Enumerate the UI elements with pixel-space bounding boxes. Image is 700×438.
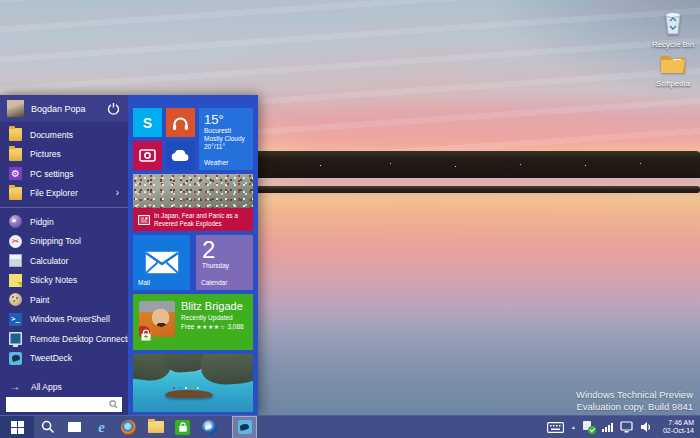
store-app-rating: Free ★★★★☆ 3,088 [181,322,244,332]
store-app-price: Free [181,323,194,330]
taskbar-store[interactable] [169,416,196,438]
tile-music[interactable] [166,108,195,137]
tile-photos[interactable] [133,354,253,412]
windows-logo-icon [11,421,24,434]
taskbar-thunderbird[interactable] [196,416,223,438]
action-center-icon[interactable] [583,421,595,433]
internet-explorer-icon: e [98,420,105,435]
store-bag-icon [140,328,152,346]
start-item-file-explorer[interactable]: File Explorer › [0,184,128,204]
start-item-pictures[interactable]: Pictures [0,145,128,165]
taskbar-internet-explorer[interactable]: e [88,416,115,438]
weather-high-low: 20°/11° [204,143,248,151]
tile-skype[interactable]: S [133,108,162,137]
start-item-pidgin[interactable]: Pidgin [0,212,128,232]
start-item-sticky-notes[interactable]: Sticky Notes [0,271,128,291]
start-search-box [6,397,122,412]
start-item-label: File Explorer [30,188,78,198]
search-input[interactable] [10,400,109,409]
thunderbird-icon [202,420,217,435]
store-bag-icon [175,420,190,435]
tile-label: Calendar [201,279,227,286]
monitor-tray-icon[interactable] [620,421,633,433]
taskbar-file-explorer[interactable] [142,416,169,438]
photo-boat [165,390,213,398]
start-item-powershell[interactable]: >_ Windows PowerShell [0,310,128,330]
gear-icon: ⚙ [9,167,22,180]
news-photo [133,174,253,208]
store-app-status: Recently Updated [181,313,244,322]
weather-city: Bucuresti [204,127,248,135]
tile-mail[interactable]: Mail [133,235,190,290]
start-item-pc-settings[interactable]: ⚙ PC settings [0,164,128,184]
desktop-screen: Recycle Bin Softpedia Windows Technical … [0,0,700,438]
evaluation-watermark: Windows Technical Preview Evaluation cop… [576,389,693,412]
show-hidden-icons-button[interactable]: ▲ [571,424,576,430]
recycle-bin-icon [661,9,685,39]
start-item-label: Paint [30,295,49,305]
tile-store-blitz-brigade[interactable]: Blitz Brigade Recently Updated Free ★★★★… [133,294,253,350]
start-item-remote-desktop[interactable]: Remote Desktop Connection [0,329,128,349]
tile-calendar[interactable]: 2 Thursday Calendar [196,235,253,290]
start-item-label: Sticky Notes [30,275,77,285]
calendar-day: 2 [202,238,247,262]
desktop-icon-softpedia-folder[interactable]: Softpedia [645,52,700,88]
chevron-right-icon: › [116,188,119,198]
store-app-rating-count: 3,088 [227,323,243,330]
user-name[interactable]: Bogdan Popa [31,104,106,114]
start-item-label: Remote Desktop Connection [30,334,139,344]
power-icon [107,102,120,115]
tweetdeck-bird-icon [238,420,252,434]
store-app-info: Blitz Brigade Recently Updated Free ★★★★… [181,300,244,332]
start-button[interactable] [0,416,34,438]
start-item-label: TweetDeck [30,353,72,363]
weather-temperature: 15° [204,112,248,127]
taskbar-tweetdeck-active[interactable] [232,416,257,438]
arrow-right-icon: → [10,381,23,392]
volume-icon[interactable] [640,421,653,433]
watermark-line2: Evaluation copy. Build 9841 [576,401,693,413]
start-item-label: Documents [30,130,73,140]
tweetdeck-bird-icon [9,352,22,365]
taskbar-clock[interactable]: 7:46 AM 02-Oct-14 [663,419,694,436]
taskbar-search-button[interactable] [34,416,61,438]
tile-onedrive[interactable] [166,141,195,170]
user-avatar[interactable] [7,100,24,117]
paint-palette-icon [9,293,22,306]
taskbar-firefox[interactable] [115,416,142,438]
news-headline: In Japan, Fear and Panic as a Revered Pe… [154,212,248,227]
all-apps-button[interactable]: → All Apps [10,379,118,394]
start-item-snipping-tool[interactable]: ✂ Snipping Tool [0,232,128,252]
desktop-icon-label: Recycle Bin [645,40,700,49]
calendar-weekday: Thursday [202,262,247,269]
taskbar: e [0,415,700,438]
clock-time: 7:46 AM [663,419,694,428]
power-button[interactable] [106,101,121,116]
start-menu-tiles: S 15° [128,95,258,415]
window-icon [68,422,81,432]
start-item-paint[interactable]: Paint [0,290,128,310]
tile-weather[interactable]: 15° Bucuresti Mostly Cloudy 20°/11° Weat… [199,108,253,170]
weather-condition: Mostly Cloudy [204,135,248,143]
tile-camera[interactable] [133,141,162,170]
start-item-label: Calculator [30,256,68,266]
desktop-icon-label: Softpedia [645,79,700,88]
photo-cliff [200,354,253,386]
start-item-calculator[interactable]: Calculator [0,251,128,271]
folder-icon [9,148,22,161]
tile-news[interactable]: In Japan, Fear and Panic as a Revered Pe… [133,174,253,231]
touch-keyboard-icon[interactable] [547,422,564,433]
network-signal-icon[interactable] [602,422,613,432]
start-item-documents[interactable]: Documents [0,125,128,145]
folder-icon [148,421,164,433]
start-menu-header: Bogdan Popa [0,95,128,122]
desktop-icon-recycle-bin[interactable]: Recycle Bin [645,9,700,49]
monitor-icon [9,332,22,345]
all-apps-label: All Apps [31,382,62,392]
start-item-tweetdeck[interactable]: TweetDeck [0,349,128,369]
taskbar-window-button[interactable] [61,416,88,438]
powershell-icon: >_ [9,313,22,326]
start-item-label: Pidgin [30,217,54,227]
pidgin-icon [9,215,22,228]
cloud-icon [171,150,190,162]
